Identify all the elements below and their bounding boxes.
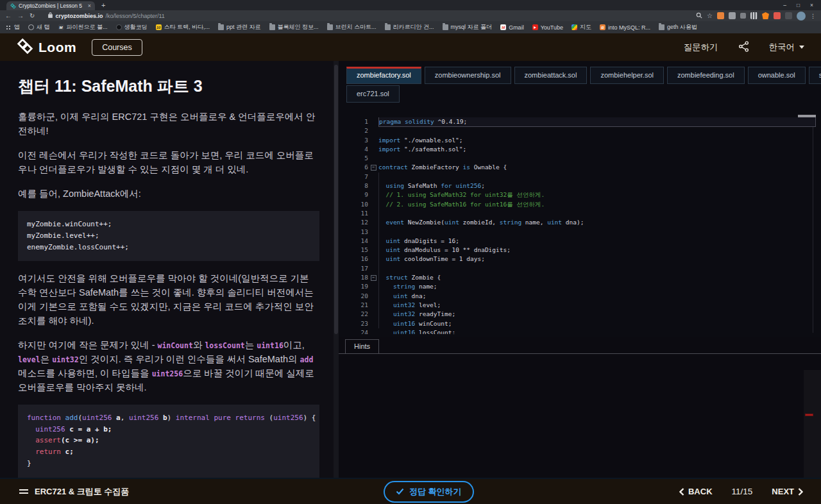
- code-editor[interactable]: 1pragma solidity ^0.4.19;23import "./own…: [339, 117, 821, 334]
- bookmarks-bar: 앱새 탭M파이썬으로 블...생활코딩10스타 트랙, 바다,...ppt 관련…: [0, 21, 821, 33]
- address-bar[interactable]: cryptozombies.io/ko/lesson/5/chapter/11: [48, 12, 164, 19]
- language-selector[interactable]: 한국어: [769, 42, 805, 53]
- bookmark-star-icon[interactable]: ☆: [707, 12, 713, 19]
- bookmark-label: Gmail: [509, 24, 524, 31]
- code-token: function: [27, 414, 65, 422]
- bookmark-item[interactable]: ppt 관련 자료: [218, 23, 261, 31]
- bookmark-item[interactable]: 브런치 스마트...: [327, 23, 377, 31]
- code-text: uint dnaModulus = 10 ** dnaDigits;: [378, 246, 816, 255]
- editor-tab-zombiefactory[interactable]: zombiefactory.sol: [346, 67, 421, 84]
- globe-icon: [28, 24, 34, 30]
- editor-tab-erc721[interactable]: erc721.sol: [346, 85, 400, 103]
- editor-tab-zombieattack[interactable]: zombieattack.sol: [514, 67, 588, 84]
- course-title[interactable]: ERC721 & 크립토 수집품: [35, 486, 129, 498]
- window-controls: – □ ×: [783, 2, 821, 8]
- back-icon[interactable]: ←: [5, 12, 12, 19]
- bookmark-item[interactable]: mysql 자료 폴더: [443, 23, 493, 31]
- bookmark-item[interactable]: 지도: [571, 23, 591, 31]
- code-token: ;: [481, 182, 485, 189]
- tab-close-icon[interactable]: ×: [88, 3, 91, 9]
- code-token: ^0.4.19;: [434, 118, 467, 125]
- extension-icon[interactable]: [717, 12, 724, 19]
- line-number: 11: [339, 209, 368, 218]
- folder-icon: [385, 24, 391, 30]
- code-text: uint32 readyTime;: [378, 310, 816, 319]
- loom-logo-text[interactable]: Loom: [38, 40, 76, 55]
- scrollbar-thumb[interactable]: [334, 65, 338, 334]
- editor-tab-zombiehelper[interactable]: zombiehelper.sol: [590, 67, 664, 84]
- ask-question-link[interactable]: 질문하기: [684, 42, 718, 53]
- course-menu-icon[interactable]: [19, 489, 28, 494]
- editor-tab-safemath[interactable]: safemath.sol: [809, 67, 821, 84]
- bookmark-item[interactable]: YouTube: [532, 24, 563, 31]
- next-button[interactable]: NEXT: [772, 487, 803, 496]
- editor-tab-zombiefeeding[interactable]: zombiefeeding.sol: [667, 67, 745, 84]
- fold-toggle-icon[interactable]: −: [371, 275, 377, 281]
- window-maximize-button[interactable]: □: [797, 2, 800, 8]
- back-button[interactable]: BACK: [679, 487, 713, 496]
- bookmark-item[interactable]: MGmail: [500, 24, 524, 31]
- extension-icon[interactable]: [729, 12, 736, 19]
- check-answer-button[interactable]: 정답 확인하기: [384, 481, 474, 503]
- text-run: 이고,: [284, 340, 305, 350]
- code-token: b: [158, 414, 167, 422]
- metamask-icon[interactable]: [762, 12, 769, 19]
- fold-toggle-icon[interactable]: −: [371, 165, 377, 171]
- code-token: uint256: [35, 425, 65, 433]
- line-number: 4: [339, 145, 368, 154]
- code-token: enemyZombie.lossCount++;: [27, 243, 129, 251]
- window-close-button[interactable]: ×: [810, 2, 813, 8]
- browser-tab[interactable]: CryptoZombies | Lesson 5 ×: [6, 1, 95, 10]
- tab-hints[interactable]: Hints: [345, 339, 379, 353]
- extension-icon[interactable]: [785, 12, 792, 19]
- editor-tab-ownable[interactable]: ownable.sol: [748, 67, 806, 84]
- code-token: pragma solidity: [379, 118, 434, 125]
- code-token: uint16: [393, 320, 415, 327]
- line-number: 7: [339, 172, 368, 181]
- code-line: 2: [339, 126, 821, 135]
- code-token: uint: [547, 219, 562, 226]
- code-line: 7: [339, 172, 821, 181]
- line-number: 6: [339, 163, 368, 172]
- courses-button[interactable]: Courses: [92, 39, 142, 56]
- browser-menu-icon[interactable]: ⋮: [810, 13, 816, 19]
- editor-tab-zombieownership[interactable]: zombieownership.sol: [425, 67, 511, 84]
- profile-avatar[interactable]: [797, 12, 806, 21]
- bookmark-item[interactable]: Binto MySQL: R...: [600, 24, 650, 31]
- code-line: 8 using SafeMath for uint256;: [339, 181, 821, 190]
- code-token: [27, 471, 31, 478]
- bookmark-item[interactable]: 새 탭: [28, 23, 50, 31]
- bookmark-item[interactable]: 10스타 트랙, 바다,...: [156, 23, 210, 31]
- new-tab-button[interactable]: +: [101, 1, 105, 10]
- code-text: // 1. using SafeMath32 for uint32를 선언하게.: [378, 190, 816, 199]
- forward-icon[interactable]: →: [17, 12, 24, 19]
- code-token: [27, 425, 35, 433]
- share-icon[interactable]: [738, 40, 750, 55]
- text-run: 메소드를 사용하면, 이 타입들을: [18, 368, 152, 378]
- bookmark-item[interactable]: 생활코딩: [116, 23, 148, 31]
- window-minimize-button[interactable]: –: [783, 2, 786, 8]
- extension-icon[interactable]: [774, 12, 781, 19]
- extension-icon[interactable]: [750, 12, 758, 19]
- bookmark-item[interactable]: M파이썬으로 블...: [58, 23, 108, 31]
- lesson-code-block: myZombie.winCount++;myZombie.level++;ene…: [18, 211, 319, 260]
- code-token: NewZombie(: [404, 219, 444, 226]
- app-header: Loom Courses 질문하기 한국어: [0, 33, 821, 61]
- bookmark-label: 생활코딩: [124, 23, 148, 31]
- code-token: string: [393, 283, 415, 290]
- lesson-paragraph: 이전 레슨에서 우리가 작성한 코드로 돌아가 보면, 우리 코드에 오버플로우…: [18, 148, 319, 176]
- b-icon: B: [600, 24, 605, 30]
- bookmark-item[interactable]: 블록체인 정보...: [269, 23, 319, 31]
- bookmark-item[interactable]: 앱: [6, 23, 20, 31]
- reload-icon[interactable]: ↻: [30, 12, 35, 19]
- zoom-icon[interactable]: [696, 12, 702, 20]
- code-token: [378, 237, 385, 244]
- line-number: 18: [339, 273, 368, 282]
- apps-icon: [6, 24, 12, 30]
- bookmark-item[interactable]: geth 사용법: [659, 23, 697, 31]
- lesson-scrollbar[interactable]: [334, 61, 339, 478]
- text-run: 이전 레슨에서 우리가 작성한 코드로 돌아가 보면, 우리 코드에 오버플로우…: [18, 150, 314, 174]
- bookmark-item[interactable]: 리카르디안 건...: [385, 23, 434, 31]
- extension-icon[interactable]: [740, 13, 746, 19]
- footer-left: ERC721 & 크립토 수집품: [19, 479, 129, 504]
